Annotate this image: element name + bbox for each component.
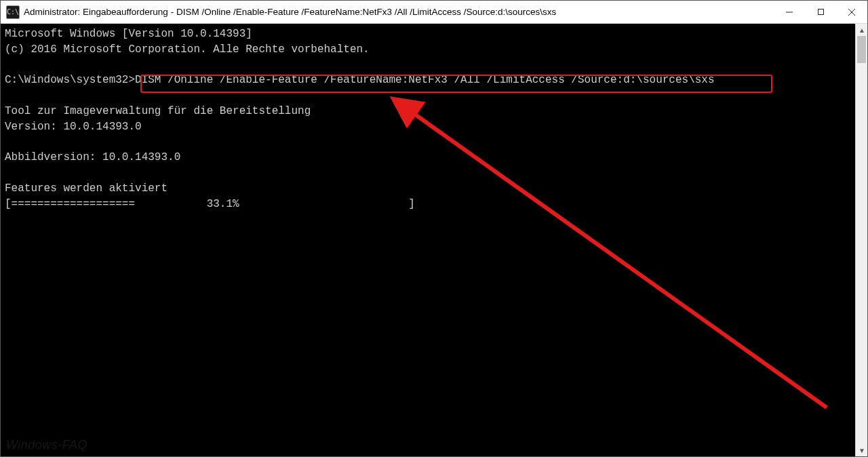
close-icon (848, 8, 856, 16)
terminal-output[interactable]: Microsoft Windows [Version 10.0.14393] (… (1, 24, 867, 456)
window-controls (774, 1, 867, 23)
terminal-line: Tool zur Imageverwaltung für die Bereits… (5, 105, 311, 117)
title-bar[interactable]: C:\ Administrator: Eingabeaufforderung -… (1, 1, 867, 24)
scroll-thumb[interactable] (857, 36, 866, 63)
maximize-icon (817, 8, 825, 16)
terminal-line: Version: 10.0.14393.0 (5, 121, 142, 133)
minimize-icon (785, 8, 793, 16)
scrollbar[interactable]: ▲ ▼ (855, 24, 867, 456)
svg-rect-1 (818, 9, 823, 15)
cmd-window: C:\ Administrator: Eingabeaufforderung -… (0, 0, 868, 457)
minimize-button[interactable] (774, 1, 805, 23)
terminal-line: Microsoft Windows [Version 10.0.14393] (5, 28, 252, 40)
scroll-down-icon[interactable]: ▼ (856, 444, 868, 456)
prompt: C:\Windows\system32> (5, 74, 135, 86)
progress-bar: [=================== 33.1% ] (5, 198, 415, 210)
terminal-line: Features werden aktiviert (5, 182, 167, 195)
cmd-icon: C:\ (6, 5, 20, 19)
scroll-up-icon[interactable]: ▲ (856, 24, 868, 36)
terminal-line: Abbildversion: 10.0.14393.0 (5, 151, 180, 163)
window-title: Administrator: Eingabeaufforderung - DIS… (24, 7, 774, 17)
maximize-button[interactable] (805, 1, 836, 23)
command-text: DISM /Online /Enable-Feature /FeatureNam… (135, 74, 715, 86)
terminal-line: (c) 2016 Microsoft Corporation. Alle Rec… (5, 43, 370, 56)
close-button[interactable] (836, 1, 867, 23)
